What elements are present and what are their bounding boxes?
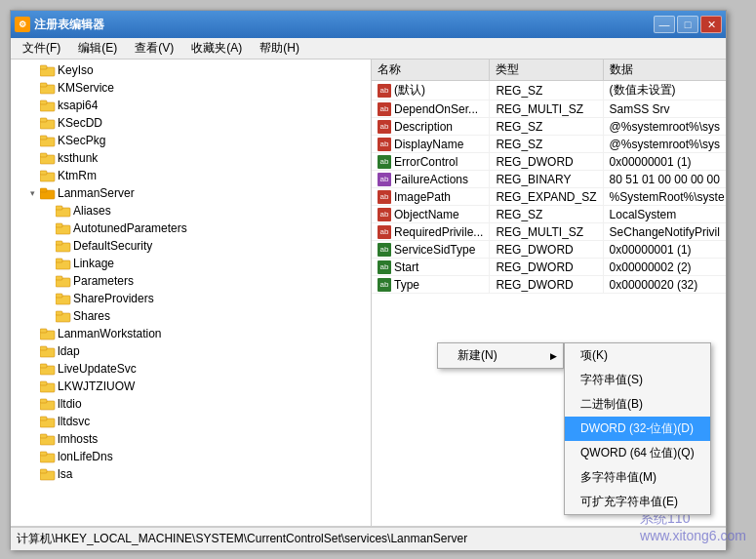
menu-file[interactable]: 文件(F) (15, 38, 68, 59)
submenu-item-6[interactable]: 可扩充字符串值(E) (565, 490, 710, 514)
tree-label-lanmanserver: LanmanServer (58, 186, 135, 200)
tree-toggle-ksecdd (26, 117, 38, 129)
tree-toggle-shares (42, 310, 54, 322)
tree-item-liveupdatesvc[interactable]: LiveUpdateSvc (11, 360, 371, 378)
tree-item-kmservice[interactable]: KMService (11, 79, 371, 97)
col-type: 类型 (490, 60, 603, 81)
submenu-item-0[interactable]: 项(K) (565, 343, 710, 368)
table-row[interactable]: ab Start REG_DWORD0x00000002 (2) (372, 259, 726, 276)
tree-toggle-lanmanserver[interactable]: ▾ (26, 187, 38, 199)
menu-favorites[interactable]: 收藏夹(A) (183, 38, 250, 59)
tree-item-lkwjtziuow[interactable]: LKWJTZIUOW (11, 378, 371, 395)
tree-item-lsa[interactable]: lsa (11, 465, 371, 483)
tree-item-ksthunk[interactable]: ksthunk (11, 149, 371, 167)
tree-label-ldap: ldap (58, 344, 80, 358)
svg-rect-3 (40, 83, 47, 87)
tree-item-lanmanserver[interactable]: ▾ LanmanServer (11, 184, 371, 202)
tree-item-shares[interactable]: Shares (11, 307, 371, 325)
table-row[interactable]: ab Description REG_SZ@%systemroot%\sys (372, 118, 726, 136)
tree-item-lanmanworkstation[interactable]: LanmanWorkstation (11, 325, 371, 342)
table-row[interactable]: ab ErrorControl REG_DWORD0x00000001 (1) (372, 153, 726, 171)
tree-item-ksecdd[interactable]: KSecDD (11, 114, 371, 132)
submenu-item-1[interactable]: 字符串值(S) (565, 368, 710, 392)
svg-rect-27 (56, 294, 62, 298)
folder-icon-ksapi64 (40, 99, 56, 112)
submenu-item-5[interactable]: 多字符串值(M) (565, 465, 710, 490)
data-table-body: ab (默认) REG_SZ(数值未设置) ab DependOnSer... … (372, 81, 726, 294)
table-row[interactable]: ab ServiceSidType REG_DWORD0x00000001 (1… (372, 241, 726, 259)
svg-rect-13 (40, 171, 47, 175)
close-button[interactable]: ✕ (700, 16, 722, 33)
tree-item-ksapi64[interactable]: ksapi64 (11, 97, 371, 114)
folder-icon-lltdio (40, 397, 56, 411)
tree-label-autotunedparameters: AutotunedParameters (73, 221, 187, 235)
folder-icon-ksthunk (40, 151, 56, 165)
tree-item-lmhosts[interactable]: lmhosts (11, 430, 371, 448)
table-row[interactable]: ab RequiredPrivile... REG_MULTI_SZSeChan… (372, 223, 726, 241)
svg-rect-41 (40, 417, 47, 420)
folder-icon-lanmanserver (40, 186, 56, 200)
tree-item-ktmrm[interactable]: KtmRm (11, 167, 371, 184)
cell-type-4: REG_DWORD (490, 153, 603, 171)
submenu-item-2[interactable]: 二进制值(B) (565, 392, 710, 417)
new-menu: 新建(N) ▶ (437, 342, 564, 369)
cell-name-1: ab DependOnSer... (372, 100, 490, 118)
submenu-item-4[interactable]: QWORD (64 位值)(Q) (565, 441, 710, 465)
tree-item-lltdio[interactable]: lltdio (11, 395, 371, 413)
table-row[interactable]: ab Type REG_DWORD0x00000020 (32) (372, 276, 726, 294)
tree-toggle-shareproviders (42, 293, 54, 304)
tree-label-ktmrm: KtmRm (58, 169, 97, 182)
cell-data-8: SeChangeNotifyPrivil (603, 223, 726, 241)
tree-label-lltdio: lltdio (58, 397, 82, 411)
tree-item-shareproviders[interactable]: ShareProviders (11, 290, 371, 307)
tree-toggle-parameters (42, 275, 54, 287)
menu-help[interactable]: 帮助(H) (252, 38, 307, 59)
cell-type-6: REG_EXPAND_SZ (490, 188, 603, 206)
menubar: 文件(F) 编辑(E) 查看(V) 收藏夹(A) 帮助(H) (11, 38, 726, 60)
tree-item-defaultsecurity[interactable]: DefaultSecurity (11, 237, 371, 255)
tree-item-autotunedparameters[interactable]: AutotunedParameters (11, 220, 371, 237)
titlebar-left: ⚙ 注册表编辑器 (15, 17, 104, 33)
tree-item-linkage[interactable]: Linkage (11, 255, 371, 272)
tree-label-shares: Shares (73, 309, 110, 323)
tree-item-ksecpkg[interactable]: KSecPkg (11, 132, 371, 149)
tree-label-lkwjtziuow: LKWJTZIUOW (58, 379, 135, 393)
tree-item-keyiso[interactable]: KeyIso (11, 61, 371, 79)
tree-label-liveupdatesvc: LiveUpdateSvc (58, 362, 137, 376)
maximize-button[interactable]: □ (677, 16, 698, 33)
menu-view[interactable]: 查看(V) (127, 38, 181, 59)
new-submenu-trigger[interactable]: 新建(N) ▶ (438, 343, 563, 368)
tree-item-ldap[interactable]: ldap (11, 342, 371, 360)
tree-item-parameters[interactable]: Parameters (11, 272, 371, 290)
table-row[interactable]: ab FailureActions REG_BINARY80 51 01 00 … (372, 171, 726, 188)
table-row[interactable]: ab DisplayName REG_SZ@%systemroot%\sys (372, 136, 726, 153)
svg-rect-9 (40, 136, 47, 140)
main-window: ⚙ 注册表编辑器 — □ ✕ 文件(F) 编辑(E) 查看(V) 收藏夹(A) … (10, 10, 727, 549)
table-row[interactable]: ab ObjectName REG_SZLocalSystem (372, 206, 726, 223)
svg-rect-31 (40, 329, 47, 333)
folder-icon-lmhosts (40, 432, 56, 446)
tree-toggle-lmhosts (26, 433, 38, 445)
svg-rect-45 (40, 452, 47, 456)
tree-item-lltdsvc[interactable]: lltdsvc (11, 413, 371, 430)
table-row[interactable]: ab (默认) REG_SZ(数值未设置) (372, 81, 726, 100)
folder-icon-defaultsecurity (56, 239, 71, 253)
tree-pane[interactable]: KeyIso KMService ksapi64 KSecDD KSecPkg … (11, 60, 372, 526)
tree-item-lonlifedns[interactable]: lonLifeDns (11, 448, 371, 465)
table-row[interactable]: ab ImagePath REG_EXPAND_SZ%SystemRoot%\s… (372, 188, 726, 206)
folder-icon-aliases (56, 204, 71, 218)
tree-toggle-autotunedparameters (42, 222, 54, 234)
folder-icon-lltdsvc (40, 415, 56, 428)
tree-toggle-lonlifedns (26, 451, 38, 462)
submenu-item-3[interactable]: DWORD (32-位值)(D) (565, 417, 710, 441)
svg-rect-21 (56, 241, 62, 245)
minimize-button[interactable]: — (654, 16, 675, 33)
tree-label-parameters: Parameters (73, 274, 134, 288)
tree-item-aliases[interactable]: Aliases (11, 202, 371, 220)
tree-label-lsa: lsa (58, 467, 72, 481)
tree-label-lmhosts: lmhosts (58, 432, 98, 446)
cell-data-0: (数值未设置) (603, 81, 726, 100)
menu-edit[interactable]: 编辑(E) (70, 38, 125, 59)
folder-icon-shareproviders (56, 292, 71, 305)
table-row[interactable]: ab DependOnSer... REG_MULTI_SZSamSS Srv (372, 100, 726, 118)
